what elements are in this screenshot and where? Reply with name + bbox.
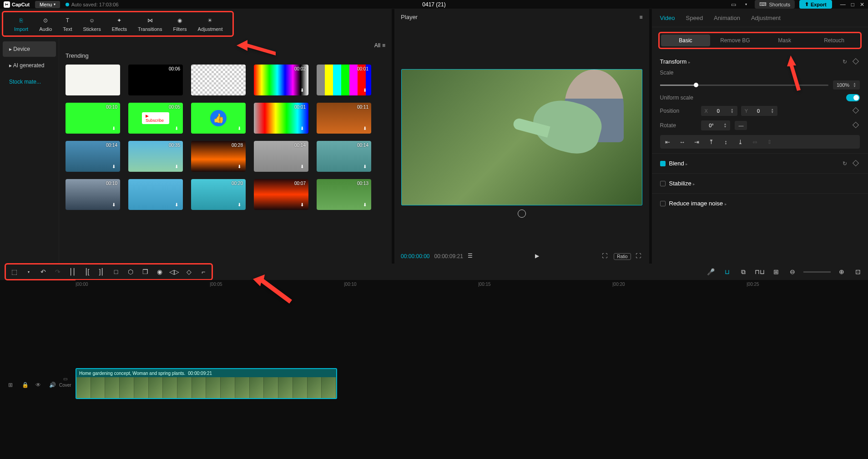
keyframe-icon[interactable]	[853, 59, 860, 65]
effect-handle-icon[interactable]	[518, 210, 526, 218]
close-button[interactable]: ✕	[860, 1, 864, 8]
align-center-h-button[interactable]: ↔	[676, 136, 689, 147]
download-icon[interactable]: ⬇	[175, 126, 181, 132]
zoom-slider[interactable]	[803, 271, 831, 273]
layout-icon[interactable]: ▭	[729, 0, 737, 9]
reset-icon[interactable]: ↻	[843, 59, 849, 65]
mirror-button[interactable]: ◁▷	[169, 266, 180, 277]
track-visibility-icon[interactable]: 👁	[35, 382, 43, 389]
fullscreen-icon[interactable]: ⛶	[636, 253, 643, 260]
tool-audio[interactable]: ⊙Audio	[34, 16, 57, 32]
download-icon[interactable]: ⬇	[112, 202, 118, 209]
sidebar-item-stock-mate-[interactable]: Stock mate...	[3, 74, 56, 90]
fit-button[interactable]: ⊡	[853, 266, 863, 277]
rotate-reset-button[interactable]: —	[735, 121, 747, 130]
subtab-remove-bg[interactable]: Remove BG	[710, 35, 760, 46]
align-bottom-button[interactable]: ⤓	[734, 136, 747, 147]
align-center-v-button[interactable]: ↕	[720, 136, 732, 147]
select-tool[interactable]: ⬚	[9, 266, 20, 277]
tab-adjustment[interactable]: Adjustment	[751, 15, 781, 23]
player-viewport[interactable]	[394, 25, 649, 249]
media-thumb[interactable]: 00:02⬇	[254, 65, 308, 95]
tool-text[interactable]: TText	[57, 16, 77, 32]
tool-adjustment[interactable]: ☀Adjustment	[192, 16, 228, 32]
stabilize-checkbox[interactable]	[660, 181, 666, 186]
media-thumb[interactable]: 00:01⬇	[254, 103, 308, 134]
media-thumb[interactable]: 00:10⬇	[66, 103, 120, 134]
track-mute-icon[interactable]: 🔊	[49, 382, 56, 389]
link-icon[interactable]: ⧉	[738, 266, 749, 277]
freeze-button[interactable]: ◉	[154, 266, 165, 277]
download-icon[interactable]: ⬇	[300, 164, 307, 170]
download-icon[interactable]: ⬇	[237, 164, 244, 170]
player-menu-icon[interactable]: ≡	[639, 14, 642, 20]
media-thumb[interactable]: 00:10⬇	[66, 179, 120, 210]
media-thumb[interactable]: 00:06	[128, 65, 183, 95]
tool-effects[interactable]: ✦Effects	[106, 16, 132, 32]
download-icon[interactable]: ⬇	[175, 202, 181, 209]
download-icon[interactable]: ⬇	[237, 202, 244, 209]
scale-value[interactable]: 100% ▲▼	[833, 80, 860, 90]
position-y-input[interactable]: Y0 ▲▼	[741, 106, 777, 116]
rotate-keyframe-icon[interactable]	[853, 122, 860, 129]
zoom-out-button[interactable]: ⊖	[787, 266, 798, 277]
preview-icon[interactable]: ⊞	[771, 266, 782, 277]
position-keyframe-icon[interactable]	[853, 108, 860, 114]
sidebar-item-device[interactable]: ▸ Device	[3, 41, 56, 57]
stepper-icon[interactable]: ▲▼	[853, 82, 856, 88]
download-icon[interactable]: ⬇	[112, 126, 118, 132]
blend-reset-icon[interactable]: ↻	[843, 160, 849, 167]
download-icon[interactable]: ⬇	[363, 126, 369, 132]
media-thumb[interactable]: 00:20⬇	[191, 179, 246, 210]
media-thumb[interactable]: 00:28⬇	[191, 141, 246, 172]
tab-animation[interactable]: Animation	[714, 15, 740, 23]
media-thumb[interactable]: 00:05⬇▶ Subscribe	[128, 103, 183, 134]
track-lock-icon[interactable]: 🔒	[22, 382, 29, 389]
download-icon[interactable]: ⬇	[300, 126, 307, 132]
blend-keyframe-icon[interactable]	[853, 160, 860, 167]
select-chevron-icon[interactable]: ▾	[23, 266, 34, 277]
media-thumb[interactable]: 00:01⬇	[317, 65, 371, 95]
trim-left-button[interactable]: ⎮[	[81, 266, 92, 277]
crop-square-button[interactable]: □	[111, 266, 121, 277]
media-thumb[interactable]: ⬇	[128, 179, 183, 210]
focus-icon[interactable]: ⛶	[602, 253, 609, 260]
subtab-mask[interactable]: Mask	[760, 35, 809, 46]
track-settings-icon[interactable]: ⊞	[8, 382, 15, 389]
export-button[interactable]: ⬆ Export	[799, 0, 832, 9]
shortcuts-button[interactable]: ⌨ Shortcuts	[755, 0, 794, 9]
tab-speed[interactable]: Speed	[686, 15, 703, 23]
duplicate-button[interactable]: ❐	[140, 266, 151, 277]
noise-section[interactable]: Reduce image noise ▸	[652, 193, 868, 213]
blend-checkbox[interactable]	[660, 161, 666, 166]
timeline-tracks[interactable]: ⊞ 🔒 👁 🔊 ▭ Cover Home gardening concept, …	[0, 291, 868, 454]
download-icon[interactable]: ⬇	[237, 126, 244, 132]
maximize-button[interactable]: □	[851, 1, 854, 8]
timeline-clip[interactable]: Home gardening concept, Woman and spring…	[76, 368, 337, 399]
rotate-button[interactable]: ◇	[183, 266, 194, 277]
download-icon[interactable]: ⬇	[363, 88, 369, 94]
ratio-button[interactable]: Ratio	[614, 253, 631, 260]
rotate-input[interactable]: 0° ▲▼	[701, 120, 731, 130]
media-thumb[interactable]	[191, 65, 246, 95]
play-button[interactable]: ▶	[535, 253, 542, 260]
media-thumb[interactable]: 00:14⬇	[66, 141, 120, 172]
stabilize-section[interactable]: Stabilize ▸	[652, 173, 868, 193]
minimize-button[interactable]: —	[840, 1, 846, 8]
align-left-button[interactable]: ⇤	[661, 136, 674, 147]
crop-button[interactable]: ⌐	[198, 266, 209, 277]
zoom-in-button[interactable]: ⊕	[836, 266, 847, 277]
media-thumb[interactable]: 00:13⬇	[317, 179, 371, 210]
media-thumb[interactable]	[66, 65, 120, 95]
filter-all-button[interactable]: All ≡	[374, 42, 385, 49]
download-icon[interactable]: ⬇	[363, 164, 369, 170]
download-icon[interactable]: ⬇	[175, 164, 181, 170]
align-right-button[interactable]: ⇥	[691, 136, 703, 147]
menu-button[interactable]: Menu▾	[35, 1, 60, 8]
download-icon[interactable]: ⬇	[300, 88, 307, 94]
cover-button[interactable]: ▭ Cover	[59, 376, 71, 388]
split-button[interactable]: ⎮⎮	[67, 266, 78, 277]
sidebar-item-ai-generated[interactable]: ▸ AI generated	[3, 58, 56, 73]
tool-import[interactable]: ⎘Import	[9, 16, 34, 32]
media-thumb[interactable]: 00:07⬇	[254, 179, 308, 210]
